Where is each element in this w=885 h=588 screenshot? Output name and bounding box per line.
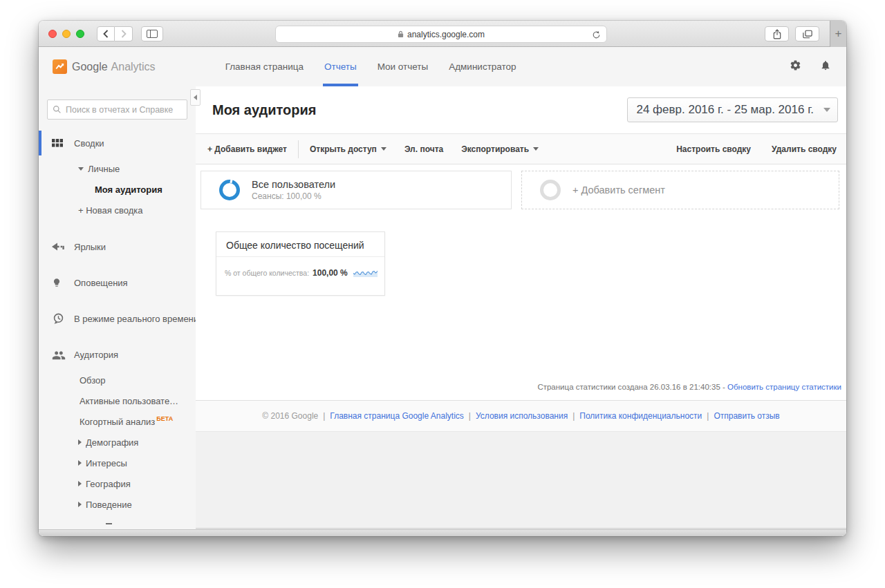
sidebar: Сводки Личные Моя аудитория + Новая свод… [39,86,196,536]
ga-header: Google Analytics Главная страница Отчеты… [39,47,846,86]
chevron-down-icon [823,108,830,112]
settings-button[interactable] [790,59,801,74]
sidebar-item-dashboards[interactable]: Сводки [39,128,196,158]
triangle-right-icon [78,439,82,445]
sidebar-item-geo[interactable]: География [39,473,196,494]
fullscreen-button[interactable] [76,30,84,38]
sidebar-item-overview[interactable]: Обзор [39,370,196,390]
ga-nav-tabs: Главная страница Отчеты Мои отчеты Админ… [215,47,527,86]
sidebar-nav: Сводки Личные Моя аудитория + Новая свод… [39,128,196,515]
chevron-down-icon [533,147,539,151]
dashboard-canvas: Все пользователи Сеансы: 100,00 % + Доба… [196,164,846,401]
reload-button[interactable] [592,30,601,42]
add-segment-label: + Добавить сегмент [572,184,665,196]
realtime-clock-icon [52,312,67,325]
footer-separator: | [469,411,471,421]
share-dashboard-button[interactable]: Открыть доступ [310,144,386,154]
gear-icon [790,59,801,71]
sidebar-item-behavior[interactable]: Поведение [39,494,196,515]
sidebar-item-private[interactable]: Личные [39,158,196,179]
tab-reporting[interactable]: Отчеты [314,47,367,86]
triangle-right-icon [78,460,82,466]
reload-icon [592,30,601,39]
minimize-button[interactable] [62,30,71,38]
date-range-picker[interactable]: 24 февр. 2016 г. - 25 мар. 2016 г. [627,97,838,122]
sidebar-item-cohort-analysis[interactable]: Когортный анализ БЕТА [39,411,196,432]
sparkline-chart [353,265,378,281]
chevron-down-icon [381,147,386,151]
logo-text-analytics: Analytics [111,61,156,73]
page-footer: © 2016 Google | Главная страница Google … [196,401,846,432]
toolbar-divider [298,140,299,158]
sidebar-item-my-audience[interactable]: Моя аудитория [39,179,196,200]
footer-link-feedback[interactable]: Отправить отзыв [714,411,779,421]
page-title: Моя аудитория [212,102,317,118]
browser-toolbar: analytics.google.com + [39,21,846,47]
sidebar-item-new-dashboard[interactable]: + Новая сводка [39,200,196,220]
new-tab-button[interactable]: + [830,21,846,47]
sidebar-item-realtime[interactable]: В режиме реального времени [39,303,196,334]
segment-subtitle: Сеансы: 100,00 % [252,191,335,201]
tab-home[interactable]: Главная страница [215,47,314,86]
sidebar-item-interests[interactable]: Интересы [39,453,196,473]
clipped-sidebar-item [106,523,112,525]
date-range-text: 24 февр. 2016 г. - 25 мар. 2016 г. [636,103,814,117]
sidebar-item-intelligence[interactable]: Оповещения [39,267,196,298]
ga-logo[interactable]: Google Analytics [53,47,156,86]
segments-row: Все пользователи Сеансы: 100,00 % + Доба… [201,171,839,209]
dashboard-status: Страница статистики создана 26.03.16 в 2… [196,383,846,391]
bell-icon [820,59,831,71]
segment-donut-icon [219,180,240,200]
export-button[interactable]: Экспортировать [461,144,539,154]
close-button[interactable] [48,30,57,38]
metric-value: 100,00 % [313,268,348,278]
ga-logo-icon [53,59,67,74]
segment-title: Все пользователи [252,179,335,190]
sidebar-item-demographics[interactable]: Демография [39,432,196,453]
sidebar-search[interactable] [47,99,187,120]
metric-label: % от общего количества: [225,269,309,277]
chevron-left-icon [102,29,109,39]
share-icon [773,29,781,39]
triangle-right-icon [78,481,82,486]
search-icon [53,105,62,114]
back-button[interactable] [97,26,115,41]
triangle-down-icon [78,167,84,171]
footer-separator: | [572,411,575,421]
address-bar[interactable]: analytics.google.com [275,26,607,43]
sidebar-item-active-users[interactable]: Активные пользовате… [39,390,196,411]
sidebar-item-audience[interactable]: Аудитория [39,339,196,370]
footer-link-privacy[interactable]: Политика конфиденциальности [579,411,702,421]
tab-admin[interactable]: Администратор [438,47,526,86]
refresh-dashboard-link[interactable]: Обновить страницу статистики [727,383,841,391]
active-indicator [39,131,41,155]
chevron-right-icon [120,29,127,39]
share-button[interactable] [765,26,789,41]
shortcut-arrow-icon [52,243,67,251]
sidebar-toggle-button[interactable] [141,26,163,41]
forward-button[interactable] [115,26,133,41]
sidebar-item-shortcuts[interactable]: Ярлыки [39,231,196,262]
email-button[interactable]: Эл. почта [404,144,443,154]
beta-badge: БЕТА [156,415,173,422]
search-input[interactable] [66,105,182,115]
footer-link-home[interactable]: Главная страница Google Analytics [330,411,463,421]
window-bottom-edge [39,529,846,536]
footer-link-terms[interactable]: Условия использования [476,411,568,421]
segment-all-users[interactable]: Все пользователи Сеансы: 100,00 % [201,171,512,209]
ga-header-actions [790,47,831,86]
notifications-button[interactable] [820,59,831,74]
sessions-widget[interactable]: Общее количество посещений % от общего к… [216,231,385,296]
window-controls [48,30,84,38]
tab-overview-button[interactable] [795,26,819,41]
add-segment-button[interactable]: + Добавить сегмент [521,171,839,209]
customize-dashboard-button[interactable]: Настроить сводку [676,144,751,154]
copyright-text: © 2016 Google [262,411,318,421]
footer-separator: | [707,411,709,421]
tab-my-reports[interactable]: Мои отчеты [367,47,439,86]
content-background [196,432,846,528]
sidebar-collapse-button[interactable] [190,89,201,106]
add-widget-button[interactable]: + Добавить виджет [207,144,287,154]
lock-icon [398,30,404,38]
delete-dashboard-button[interactable]: Удалить сводку [772,144,837,154]
